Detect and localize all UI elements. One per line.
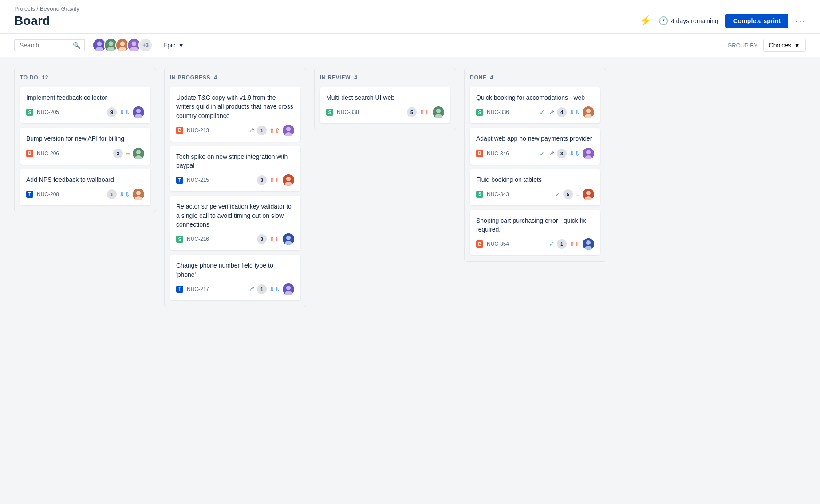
assignee-avatar xyxy=(583,106,594,118)
card[interactable]: Update T&C copy with v1.9 from the write… xyxy=(170,87,300,142)
check-icon: ✓ xyxy=(540,109,545,116)
card-meta: TNUC-215 3⇧⇧ xyxy=(176,174,294,186)
svg-point-25 xyxy=(286,177,291,181)
svg-point-19 xyxy=(136,191,141,195)
card-meta-right: 5⇧⇧ xyxy=(407,106,444,118)
complete-sprint-button[interactable]: Complete sprint xyxy=(725,14,789,28)
card-meta: SNUC-343 ✓5═ xyxy=(476,189,594,200)
issue-id: NUC-338 xyxy=(337,109,359,115)
toolbar: 🔍 +3 Epic ▼ GROUP BY Choices ▼ xyxy=(0,34,820,57)
count-badge: 1 xyxy=(107,189,117,199)
count-badge: 3 xyxy=(557,149,567,158)
assignee-avatar xyxy=(283,284,294,295)
card-title: Refactor stripe verification key validat… xyxy=(176,202,294,229)
card-meta-left: BNUC-206 xyxy=(26,150,59,157)
lightning-icon[interactable]: ⚡ xyxy=(639,15,651,27)
breadcrumb: Projects / Beyond Gravity xyxy=(14,5,806,12)
column-done: DONE 4 Quick booking for accomodations -… xyxy=(464,68,606,262)
svg-point-34 xyxy=(436,109,441,113)
card[interactable]: Refactor stripe verification key validat… xyxy=(170,196,300,250)
card-title: Quick booking for accomodations - web xyxy=(476,93,594,102)
more-options-button[interactable]: ··· xyxy=(796,16,806,26)
priority-icon: ⇩⇩ xyxy=(569,109,580,116)
card-title: Multi-dest search UI web xyxy=(326,93,444,102)
card-title: Change phone number field type to 'phone… xyxy=(176,261,294,279)
avatar-extra-count[interactable]: +3 xyxy=(138,38,153,52)
priority-icon: ⇧⇧ xyxy=(269,177,280,184)
card-meta: SNUC-205 9⇩⇩ xyxy=(26,106,144,118)
card-meta: SNUC-336 ✓⎇4⇩⇩ xyxy=(476,106,594,118)
issue-type-icon: S xyxy=(476,191,483,198)
card-meta-left: TNUC-215 xyxy=(176,177,209,184)
card-meta-left: SNUC-205 xyxy=(26,109,59,116)
issue-id: NUC-216 xyxy=(187,236,209,242)
card-meta-left: SNUC-216 xyxy=(176,236,209,243)
card-title: Shoping cart purchasing error - quick fi… xyxy=(476,216,594,234)
column-label: IN PROGRESS xyxy=(170,75,210,81)
card[interactable]: Quick booking for accomodations - web SN… xyxy=(470,87,600,123)
priority-icon: ═ xyxy=(126,150,130,157)
card[interactable]: Change phone number field type to 'phone… xyxy=(170,255,300,300)
check-icon: ✓ xyxy=(540,150,545,157)
check-icon: ✓ xyxy=(549,240,554,248)
search-box[interactable]: 🔍 xyxy=(14,39,85,51)
epic-filter-button[interactable]: Epic ▼ xyxy=(160,40,188,51)
svg-point-4 xyxy=(109,41,114,46)
card[interactable]: Implement feedback collector SNUC-205 9⇩… xyxy=(20,87,150,123)
column-label: IN REVIEW xyxy=(320,75,351,81)
avatar-group[interactable]: +3 xyxy=(92,38,153,52)
count-badge: 4 xyxy=(557,107,567,117)
issue-type-icon: S xyxy=(176,236,183,243)
card[interactable]: Multi-dest search UI web SNUC-338 5⇧⇧ xyxy=(320,87,450,123)
search-input[interactable] xyxy=(20,42,73,49)
assignee-avatar xyxy=(283,174,294,186)
card-meta-left: SNUC-336 xyxy=(476,109,509,116)
card-meta-right: ⎇1⇧⇧ xyxy=(248,125,294,136)
issue-id: NUC-343 xyxy=(487,191,509,197)
issue-type-icon: S xyxy=(26,109,33,116)
priority-icon: ⇧⇧ xyxy=(269,236,280,243)
card[interactable]: Tech spike on new stripe integration wit… xyxy=(170,146,300,192)
column-count: 4 xyxy=(354,75,357,81)
column-header: TO DO 12 xyxy=(20,75,150,81)
search-icon: 🔍 xyxy=(73,42,80,49)
choices-dropdown-button[interactable]: Choices ▼ xyxy=(763,39,806,52)
card[interactable]: Add NPS feedback to wallboard TNUC-208 1… xyxy=(20,169,150,205)
group-by-label: GROUP BY xyxy=(727,42,757,49)
card-meta-left: BNUC-354 xyxy=(476,240,509,248)
header-actions: ⚡ 🕐 4 days remaining Complete sprint ··· xyxy=(639,14,806,28)
priority-icon: ⇧⇧ xyxy=(419,109,430,116)
priority-icon: ⇧⇧ xyxy=(569,240,580,248)
column-count: 12 xyxy=(42,75,48,81)
branch-icon: ⎇ xyxy=(548,109,554,116)
column-label: DONE xyxy=(470,75,487,81)
svg-point-40 xyxy=(586,150,591,154)
card[interactable]: Bump version for new API for billing BNU… xyxy=(20,128,150,164)
card-meta: BNUC-346 ✓⎇3⇩⇩ xyxy=(476,148,594,159)
card[interactable]: Shoping cart purchasing error - quick fi… xyxy=(470,210,600,256)
card[interactable]: Fluid booking on tablets SNUC-343 ✓5═ xyxy=(470,169,600,205)
svg-point-13 xyxy=(136,109,141,113)
column-inreview: IN REVIEW 4 Multi-dest search UI web SNU… xyxy=(314,68,456,130)
column-label: TO DO xyxy=(20,75,38,81)
card-meta-left: SNUC-343 xyxy=(476,191,509,198)
count-badge: 3 xyxy=(257,175,267,185)
issue-type-icon: T xyxy=(26,191,33,198)
issue-type-icon: B xyxy=(176,127,183,134)
count-badge: 3 xyxy=(257,234,267,244)
card-title: Tech spike on new stripe integration wit… xyxy=(176,152,294,170)
board: TO DO 12 Implement feedback collector SN… xyxy=(0,57,820,318)
card-meta-left: SNUC-338 xyxy=(326,109,359,116)
assignee-avatar xyxy=(283,125,294,136)
clock-icon: 🕐 xyxy=(658,16,668,26)
card-title: Adapt web app no new payments provider xyxy=(476,134,594,143)
priority-icon: ⇩⇩ xyxy=(569,150,580,157)
card-meta-left: BNUC-213 xyxy=(176,127,209,134)
card-meta-right: ✓1⇧⇧ xyxy=(549,238,594,250)
svg-point-31 xyxy=(286,286,291,290)
card-title: Bump version for new API for billing xyxy=(26,134,144,143)
issue-id: NUC-208 xyxy=(37,191,59,197)
card[interactable]: Adapt web app no new payments provider B… xyxy=(470,128,600,164)
column-header: IN PROGRESS 4 xyxy=(170,75,300,81)
issue-type-icon: S xyxy=(476,109,483,116)
